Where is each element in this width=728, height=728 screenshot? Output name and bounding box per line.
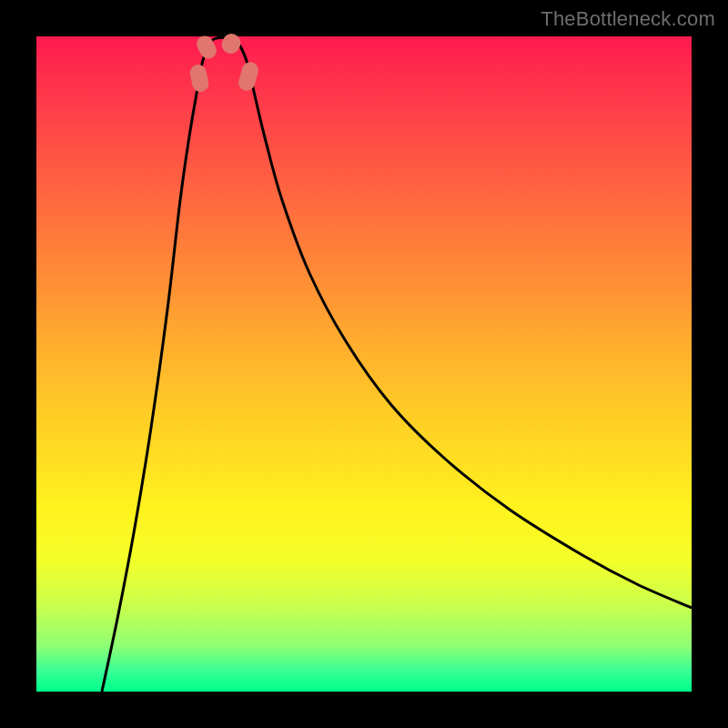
marker-group (188, 31, 260, 93)
chart-plot-area (36, 36, 692, 692)
bottom-left-dot (188, 63, 210, 93)
bottleneck-curve (102, 37, 692, 692)
bottom-center-right-dot (219, 31, 243, 56)
bottom-right-dot (237, 60, 260, 93)
chart-frame: TheBottleneck.com (0, 0, 728, 728)
watermark-text: TheBottleneck.com (541, 7, 715, 31)
chart-svg (36, 36, 692, 692)
